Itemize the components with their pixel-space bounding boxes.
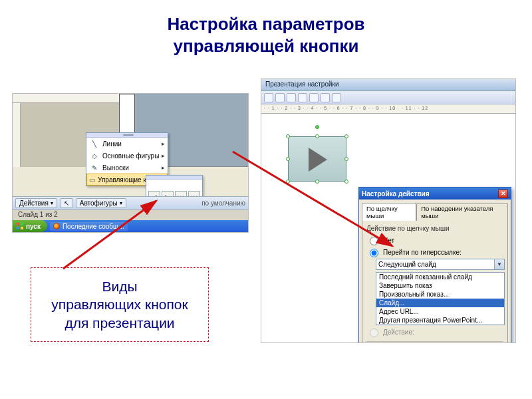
- close-button[interactable]: ✕: [498, 190, 508, 198]
- tab-on-hover[interactable]: По наведении указателя мыши: [416, 203, 508, 221]
- slide-title: Настройка параметров управляющей кнопки: [0, 0, 532, 68]
- toolbar-icon[interactable]: [264, 93, 273, 102]
- autoshapes-screenshot: ╲ Линии ▸ ◇ Основные фигуры ▸ ✎ Выноски …: [12, 93, 249, 233]
- status-text: Слайд 1 из 2: [18, 211, 58, 218]
- chevron-down-icon: ▾: [51, 200, 53, 206]
- status-bar: Слайд 1 из 2: [13, 209, 248, 220]
- dropdown-option[interactable]: Слайд...: [376, 299, 504, 307]
- dialog-body: Действие по щелчку мыши Нет Перейти по г…: [362, 220, 508, 343]
- chevron-right-icon: ▸: [162, 164, 165, 171]
- taskbar-item-firefox[interactable]: Последние сообщ...: [50, 222, 128, 231]
- lines-icon: ╲: [89, 139, 100, 148]
- caption-line: управляющих кнопок: [51, 297, 188, 312]
- caption-line: для презентации: [65, 315, 174, 331]
- rotate-handle[interactable]: [315, 125, 319, 129]
- toolbar-icon[interactable]: [298, 93, 307, 102]
- windows-logo-icon: [17, 223, 23, 229]
- action-button-shape[interactable]: [288, 136, 346, 182]
- palette-grip[interactable]: [146, 176, 202, 180]
- btn-label: Автофигуры: [80, 200, 118, 207]
- pointer-tool-button[interactable]: ↖: [60, 198, 73, 208]
- start-label: пуск: [26, 223, 41, 230]
- radio-none[interactable]: Нет: [366, 235, 503, 245]
- submenu-item-basic-shapes[interactable]: ◇ Основные фигуры ▸: [86, 150, 168, 162]
- toolbar-icon[interactable]: [275, 93, 285, 102]
- resize-handle[interactable]: [286, 134, 290, 138]
- dialog-titlebar[interactable]: Настройка действия ✕: [359, 188, 511, 200]
- submenu-grip[interactable]: [86, 133, 168, 138]
- default-style-label: по умолчанию: [201, 200, 245, 207]
- resize-handle[interactable]: [286, 180, 290, 184]
- dropdown-option[interactable]: Последний показанный слайд: [376, 273, 504, 281]
- chevron-down-icon[interactable]: ▼: [494, 259, 504, 269]
- radio-input[interactable]: [370, 249, 378, 257]
- resize-handle[interactable]: [344, 157, 348, 161]
- windows-taskbar: пуск Последние сообщ...: [13, 220, 248, 232]
- radio-input: [370, 329, 378, 337]
- chevron-right-icon: ▸: [162, 152, 165, 159]
- window-title: Презентация настройки: [261, 79, 515, 91]
- toolbar-icon[interactable]: [321, 93, 330, 102]
- formatting-toolbar: [261, 91, 515, 104]
- start-button[interactable]: пуск: [13, 220, 47, 232]
- toolbar-icon[interactable]: [309, 93, 319, 102]
- toolbar-icon[interactable]: [332, 93, 341, 102]
- dropdown-option[interactable]: Другая презентация PowerPoint...: [376, 316, 504, 325]
- callouts-icon: ✎: [89, 163, 100, 172]
- dialog-tabs: По щелчку мыши По наведении указателя мы…: [359, 200, 511, 220]
- submenu-item-lines[interactable]: ╲ Линии ▸: [86, 138, 168, 150]
- chevron-down-icon: ▾: [120, 200, 122, 206]
- radio-label: Действие:: [383, 329, 414, 336]
- radio-input[interactable]: [370, 237, 378, 245]
- basic-shapes-icon: ◇: [89, 151, 100, 160]
- radio-label: Нет: [383, 237, 394, 244]
- hyperlink-combobox[interactable]: Следующий слайд ▼: [376, 259, 505, 270]
- resize-handle[interactable]: [286, 157, 290, 161]
- hyperlink-dropdown-list: Последний показанный слайдЗавершить пока…: [376, 272, 505, 325]
- taskbar-label: Последние сообщ...: [63, 223, 124, 230]
- play-icon: [309, 148, 327, 172]
- chevron-right-icon: ▸: [162, 140, 165, 147]
- combo-value: Следующий слайд: [378, 261, 436, 268]
- toolbar-icon[interactable]: [287, 93, 296, 102]
- actions-button[interactable]: Действия ▾: [15, 198, 57, 208]
- firefox-icon: [53, 223, 60, 229]
- action-settings-dialog: Настройка действия ✕ По щелчку мыши По н…: [358, 187, 511, 343]
- action-settings-screenshot: Презентация настройки · · 1 · · 2 · · 3 …: [261, 78, 516, 343]
- dialog-title: Настройка действия: [362, 190, 430, 198]
- group-label: Действие по щелчку мыши: [366, 225, 503, 232]
- tab-on-click[interactable]: По щелчку мыши: [362, 203, 416, 221]
- radio-run-action[interactable]: Действие:: [366, 327, 503, 337]
- ruler: · · 1 · · 2 · · 3 · · 4 · · 5 · · 6 · · …: [261, 104, 515, 114]
- resize-handle[interactable]: [315, 134, 319, 138]
- drawing-toolbar: Действия ▾ ↖ Автофигуры ▾ по умолчанию: [13, 196, 248, 209]
- resize-handle[interactable]: [315, 180, 319, 184]
- btn-label: Действия: [19, 200, 49, 207]
- caption-line: Виды: [102, 279, 137, 294]
- radio-hyperlink[interactable]: Перейти по гиперссылке:: [366, 247, 503, 257]
- submenu-label: Основные фигуры: [102, 152, 159, 160]
- resize-handle[interactable]: [344, 180, 348, 184]
- dropdown-option[interactable]: Произвольный показ...: [376, 290, 504, 299]
- dropdown-option[interactable]: Адрес URL...: [376, 307, 504, 316]
- action-buttons-icon: ▭: [89, 175, 95, 184]
- ruler-top: [13, 94, 119, 103]
- submenu-item-callouts[interactable]: ✎ Выноски ▸: [86, 162, 168, 174]
- submenu-label: Линии: [102, 140, 122, 148]
- dropdown-option[interactable]: Завершить показ: [376, 281, 504, 290]
- annotation-caption: Виды управляющих кнопок для презентации: [31, 267, 209, 342]
- resize-handle[interactable]: [344, 134, 348, 138]
- radio-label: Перейти по гиперссылке:: [383, 249, 462, 256]
- title-line-1: Настройка параметров: [167, 14, 364, 34]
- slide-canvas: Настройка действия ✕ По щелчку мыши По н…: [261, 114, 515, 343]
- ruler-left: [13, 103, 21, 167]
- autoshapes-button[interactable]: Автофигуры ▾: [76, 198, 126, 208]
- submenu-label: Выноски: [102, 164, 129, 172]
- title-line-2: управляющей кнопки: [174, 36, 359, 56]
